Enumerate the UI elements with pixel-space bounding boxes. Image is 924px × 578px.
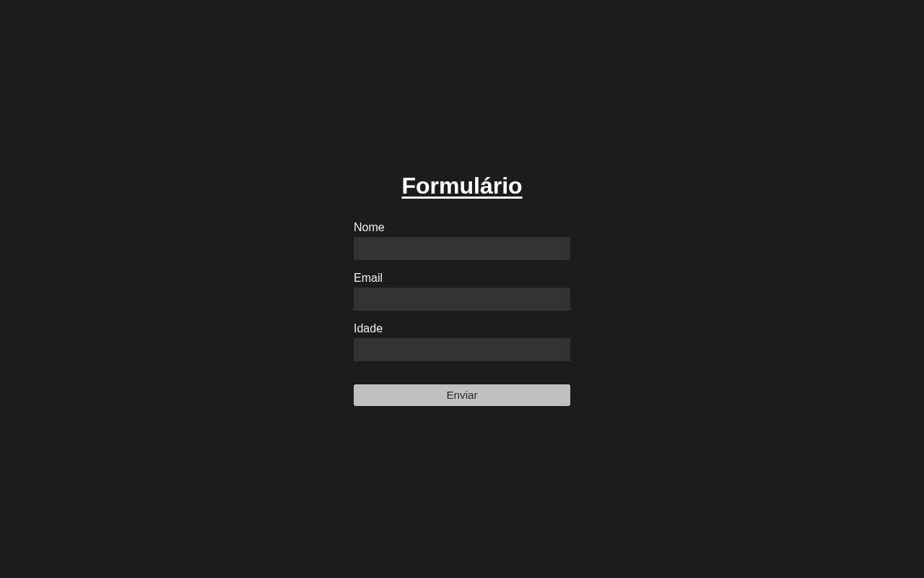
- name-label: Nome: [354, 221, 570, 234]
- form-group-age: Idade: [354, 322, 570, 361]
- form-group-email: Email: [354, 272, 570, 311]
- form-title: Formulário: [354, 173, 570, 199]
- registration-form: Formulário Nome Email Idade Enviar: [354, 173, 570, 406]
- name-input[interactable]: [354, 237, 570, 260]
- age-label: Idade: [354, 322, 570, 335]
- submit-button[interactable]: Enviar: [354, 384, 570, 406]
- email-label: Email: [354, 272, 570, 285]
- form-group-name: Nome: [354, 221, 570, 260]
- age-input[interactable]: [354, 338, 570, 361]
- email-input[interactable]: [354, 288, 570, 311]
